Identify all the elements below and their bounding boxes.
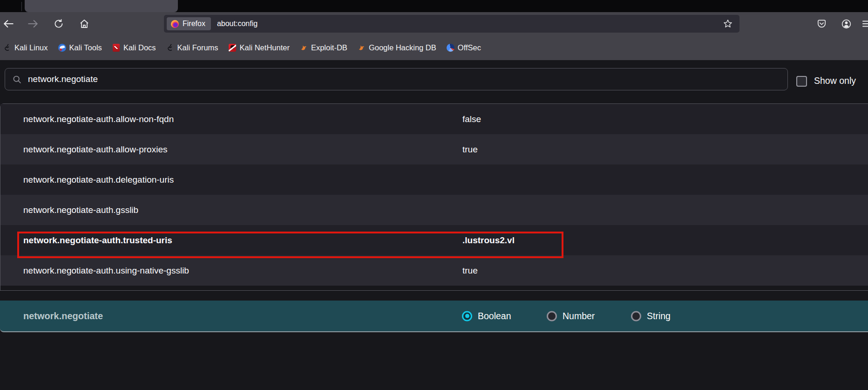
radio-selected-icon — [462, 311, 472, 321]
google-hacking-db-bird-icon — [358, 44, 366, 52]
offsec-icon — [447, 44, 454, 52]
show-only-modified-checkbox[interactable] — [796, 76, 807, 87]
star-icon — [723, 19, 733, 29]
bookmark-exploit-db[interactable]: Exploit-DB — [300, 43, 347, 52]
add-pref-name: network.negotiate — [23, 311, 103, 322]
account-button[interactable] — [841, 18, 852, 29]
pref-name: network.negotiate-auth.gsslib — [23, 205, 138, 215]
pocket-icon — [816, 19, 827, 29]
pref-row[interactable]: network.negotiate-auth.gsslib — [0, 195, 868, 225]
url-bar[interactable]: Firefox about:config — [164, 15, 739, 33]
exploit-db-bird-icon — [300, 44, 308, 52]
bookmark-kali-forums[interactable]: Kali Forums — [166, 43, 218, 52]
show-only-modified-label: Show only — [814, 75, 856, 86]
kali-dragon-icon — [166, 44, 174, 52]
pref-row[interactable]: network.negotiate-auth.delegation-uris — [0, 164, 868, 195]
bookmark-label: OffSec — [458, 43, 481, 52]
forward-arrow-icon — [27, 18, 39, 30]
bookmark-kali-docs[interactable]: Kali Docs — [112, 43, 156, 52]
pref-name: network.negotiate-auth.allow-proxies — [23, 144, 167, 155]
bookmark-star-button[interactable] — [723, 19, 733, 31]
identity-chip[interactable]: Firefox — [167, 17, 211, 30]
home-button[interactable] — [77, 17, 91, 31]
tab-strip — [0, 0, 868, 12]
bookmark-kali-nethunter[interactable]: Kali NetHunter — [229, 43, 290, 52]
pref-row[interactable]: network.negotiate-auth.allow-proxies tru… — [0, 134, 868, 164]
account-icon — [841, 19, 852, 29]
firefox-logo-icon — [171, 20, 179, 28]
kali-tools-icon — [58, 44, 66, 52]
pref-value: true — [462, 144, 478, 155]
bookmark-offsec[interactable]: OffSec — [447, 43, 481, 52]
bookmarks-toolbar: Kali Linux Kali Tools Kali Docs Kali For… — [0, 35, 868, 60]
bookmark-label: Kali Linux — [14, 43, 48, 52]
pref-name: network.negotiate-auth.using-native-gssl… — [23, 266, 189, 276]
url-text: about:config — [217, 20, 258, 28]
radio-unselected-icon — [631, 311, 641, 321]
bookmark-label: Exploit-DB — [311, 43, 347, 52]
pref-row[interactable]: network.negotiate-auth.using-native-gssl… — [0, 255, 868, 286]
red-highlight-annotation — [17, 232, 563, 258]
radio-type-boolean[interactable]: Boolean — [462, 311, 511, 322]
menu-button[interactable] — [861, 18, 868, 29]
back-arrow-icon — [2, 18, 14, 30]
back-button[interactable] — [1, 17, 15, 31]
browser-tab[interactable] — [25, 0, 178, 12]
pref-name: network.negotiate-auth.delegation-uris — [23, 175, 174, 185]
search-icon — [12, 75, 22, 84]
prefs-table: network.negotiate-auth.allow-non-fqdn fa… — [0, 103, 868, 291]
pref-name: network.negotiate-auth.allow-non-fqdn — [23, 114, 174, 124]
nav-toolbar: Firefox about:config — [0, 12, 868, 35]
kali-docs-icon — [112, 44, 120, 52]
tab-separator — [21, 2, 22, 11]
reload-icon — [53, 18, 64, 29]
bookmark-label: Kali Docs — [123, 43, 156, 52]
kali-dragon-icon — [3, 44, 11, 52]
home-icon — [79, 18, 90, 29]
pocket-button[interactable] — [816, 18, 827, 29]
pref-value: false — [462, 114, 481, 124]
bookmark-kali-linux[interactable]: Kali Linux — [3, 43, 48, 52]
radio-type-string[interactable]: String — [631, 311, 671, 322]
pref-row[interactable]: network.negotiate-auth.allow-non-fqdn fa… — [0, 104, 868, 134]
radio-type-number[interactable]: Number — [547, 311, 595, 322]
bookmark-label: Kali Forums — [177, 43, 218, 52]
bookmark-label: Google Hacking DB — [369, 43, 436, 52]
radio-unselected-icon — [547, 311, 557, 321]
bookmark-label: Kali NetHunter — [240, 43, 290, 52]
pref-value: true — [462, 266, 478, 276]
search-input[interactable] — [28, 74, 754, 84]
config-search-box — [5, 68, 788, 90]
bookmark-kali-tools[interactable]: Kali Tools — [58, 43, 102, 52]
kali-nethunter-icon — [229, 44, 237, 52]
reload-button[interactable] — [52, 17, 66, 31]
identity-chip-label: Firefox — [183, 20, 205, 28]
add-pref-row: network.negotiate Boolean Number String — [0, 301, 868, 332]
bookmark-google-hacking-db[interactable]: Google Hacking DB — [358, 43, 436, 52]
screenshot-root: { "browser": { "url_chip_label": "Firefo… — [0, 0, 868, 390]
forward-button[interactable] — [26, 17, 40, 31]
hamburger-menu-icon — [861, 18, 868, 29]
bookmark-label: Kali Tools — [69, 43, 102, 52]
